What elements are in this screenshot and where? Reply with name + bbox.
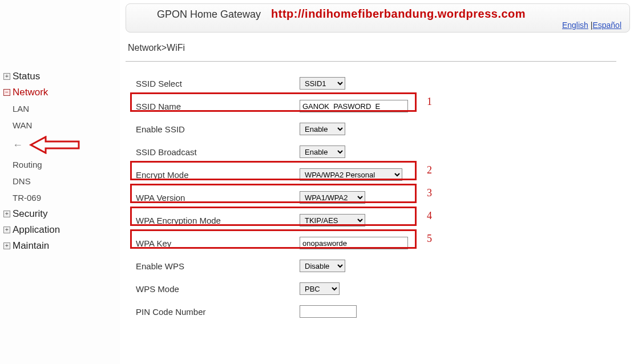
- sidebar-item-label: Maintain: [13, 240, 49, 252]
- sidebar-item-dns[interactable]: DNS: [2, 173, 115, 189]
- sidebar-item-label: Application: [13, 224, 60, 236]
- sidebar-item-security[interactable]: + Security: [2, 206, 115, 222]
- row-wpa-enc-mode: WPA Encryption Mode TKIP/AES: [126, 209, 616, 232]
- label-ssid-broadcast: SSID Broadcast: [126, 147, 300, 157]
- row-pin-code: PIN Code Number: [126, 300, 616, 323]
- sidebar-item-routing[interactable]: Routing: [2, 156, 115, 173]
- label-wpa-key: WPA Key: [126, 238, 300, 248]
- label-enable-wps: Enable WPS: [126, 261, 300, 271]
- row-ssid-broadcast: SSID Broadcast Enable: [126, 140, 616, 163]
- label-ssid-name: SSID Name: [126, 102, 300, 111]
- language-row: English |Español: [134, 21, 621, 30]
- expand-icon: +: [3, 73, 10, 80]
- expand-icon: +: [3, 227, 10, 233]
- sidebar: + Status − Network LAN WAN ← Routing DNS…: [0, 0, 120, 364]
- lang-english-link[interactable]: English: [562, 21, 588, 30]
- row-enable-wps: Enable WPS Disable: [126, 254, 616, 277]
- label-ssid-select: SSID Select: [126, 79, 300, 88]
- header-bar: GPON Home Gateway http://indihomefiberba…: [126, 3, 630, 33]
- wps-mode-dropdown[interactable]: PBC: [300, 282, 340, 295]
- main-panel: GPON Home Gateway http://indihomefiberba…: [120, 0, 638, 364]
- expand-icon: +: [3, 242, 10, 249]
- sidebar-item-network[interactable]: − Network: [2, 84, 115, 100]
- label-wps-mode: WPS Mode: [126, 284, 300, 294]
- breadcrumb: Network>WiFi: [126, 39, 616, 62]
- annotation-arrow-icon: [29, 136, 80, 154]
- row-wpa-key: WPA Key: [126, 232, 616, 254]
- row-wps-mode: WPS Mode PBC: [126, 277, 616, 300]
- row-enable-ssid: Enable SSID Enable: [126, 118, 616, 140]
- sidebar-item-label: Status: [13, 71, 40, 82]
- label-wpa-version: WPA Version: [126, 193, 300, 203]
- sidebar-item-tr069[interactable]: TR-069: [2, 189, 115, 206]
- label-pin-code: PIN Code Number: [126, 307, 300, 317]
- ssid-select-dropdown[interactable]: SSID1: [300, 77, 345, 90]
- expand-icon: +: [3, 211, 10, 217]
- page-title: GPON Home Gateway: [134, 9, 261, 21]
- label-encrypt-mode: Encrypt Mode: [126, 170, 300, 180]
- label-wpa-enc-mode: WPA Encryption Mode: [126, 216, 300, 225]
- arrow-left-icon: ←: [13, 139, 23, 151]
- sidebar-item-status[interactable]: + Status: [2, 68, 115, 84]
- wifi-form: SSID Select SSID1 SSID Name Enable SSID …: [126, 72, 616, 323]
- collapse-icon: −: [3, 89, 10, 96]
- pin-code-input[interactable]: [300, 305, 357, 318]
- enable-wps-dropdown[interactable]: Disable: [300, 260, 345, 272]
- ssid-name-input[interactable]: [300, 100, 408, 112]
- sidebar-item-back[interactable]: ←: [2, 134, 115, 156]
- sidebar-item-label: Network: [13, 87, 48, 98]
- sidebar-item-lan[interactable]: LAN: [2, 100, 115, 117]
- sidebar-item-maintain[interactable]: + Maintain: [2, 238, 115, 254]
- row-encrypt-mode: Encrypt Mode WPA/WPA2 Personal: [126, 163, 616, 186]
- wpa-key-input[interactable]: [300, 237, 408, 249]
- wpa-enc-mode-dropdown[interactable]: TKIP/AES: [300, 214, 365, 227]
- row-wpa-version: WPA Version WPA1/WPA2: [126, 186, 616, 209]
- wpa-version-dropdown[interactable]: WPA1/WPA2: [300, 191, 365, 204]
- encrypt-mode-dropdown[interactable]: WPA/WPA2 Personal: [300, 168, 402, 181]
- enable-ssid-dropdown[interactable]: Enable: [300, 123, 345, 135]
- row-ssid-name: SSID Name: [126, 95, 616, 118]
- ssid-broadcast-dropdown[interactable]: Enable: [300, 145, 345, 158]
- label-enable-ssid: Enable SSID: [126, 124, 300, 134]
- sidebar-item-label: Security: [13, 208, 47, 220]
- sidebar-item-application[interactable]: + Application: [2, 222, 115, 238]
- row-ssid-select: SSID Select SSID1: [126, 72, 616, 95]
- sidebar-item-wan[interactable]: WAN: [2, 117, 115, 134]
- lang-espanol-link[interactable]: Español: [592, 21, 621, 30]
- banner-url: http://indihomefiberbandung.wordpress.co…: [271, 7, 526, 21]
